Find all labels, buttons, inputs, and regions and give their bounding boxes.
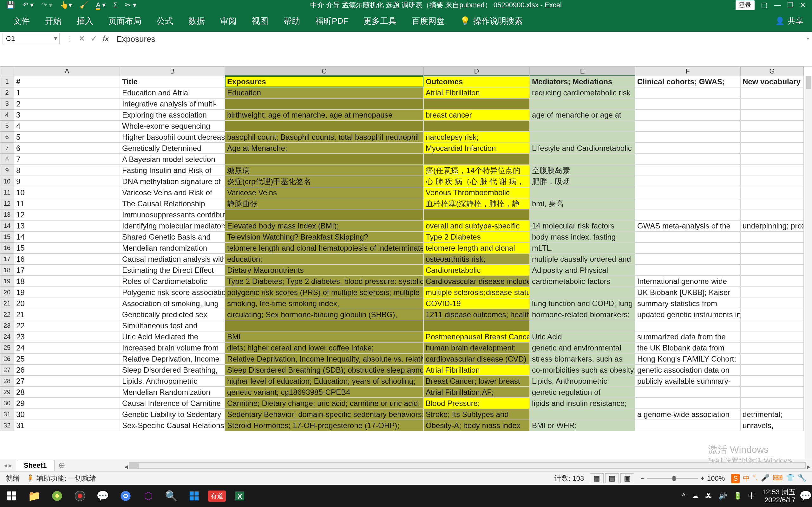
cell-C3[interactable] xyxy=(225,98,423,109)
chrome-icon[interactable] xyxy=(114,485,137,507)
cell-C14[interactable]: Elevated body mass index (BMI); xyxy=(225,220,423,231)
cell-A14[interactable]: 13 xyxy=(14,220,120,231)
row-head-9[interactable]: 9 xyxy=(0,165,14,176)
cell-G10[interactable] xyxy=(740,176,804,187)
cell-B8[interactable]: A Bayesian model selection xyxy=(120,154,225,165)
cell-B30[interactable]: Causal Inference of Carnitine xyxy=(120,398,225,409)
name-box[interactable]: C1 ▼ xyxy=(3,33,60,44)
cell-D18[interactable]: Cardiometabolic xyxy=(423,265,530,276)
cell-G22[interactable] xyxy=(740,309,804,320)
cell-F24[interactable]: summarized data from the xyxy=(635,331,740,342)
cell-G30[interactable] xyxy=(740,398,804,409)
zoom-slider[interactable] xyxy=(647,478,698,479)
row-head-11[interactable]: 11 xyxy=(0,187,14,198)
touch-mode-icon[interactable]: 👆▾ xyxy=(60,1,72,9)
cell-E11[interactable] xyxy=(530,187,635,198)
cell-A17[interactable]: 16 xyxy=(14,253,120,265)
tab-baidu[interactable]: 百度网盘 xyxy=(404,10,452,32)
cell-F1[interactable]: Clinical cohorts; GWAS; xyxy=(635,76,740,87)
cell-C23[interactable] xyxy=(225,320,423,331)
cell-C29[interactable]: genetic variant; cg18693985-CPEB4 xyxy=(225,387,423,398)
cell-E17[interactable]: multiple causally ordered and xyxy=(530,253,635,265)
cell-C24[interactable]: BMI xyxy=(225,331,423,342)
row-head-20[interactable]: 20 xyxy=(0,287,14,298)
cell-B9[interactable]: Fasting Insulin and Risk of xyxy=(120,165,225,176)
row-head-24[interactable]: 24 xyxy=(0,331,14,342)
sheet-first-icon[interactable]: ◂ xyxy=(4,461,7,469)
zoom-value[interactable]: 100% xyxy=(707,474,725,483)
cell-G14[interactable]: underpinning; prox xyxy=(740,220,804,231)
tab-review[interactable]: 审阅 xyxy=(212,10,244,32)
cell-B13[interactable]: Immunosuppressants contribute xyxy=(120,209,225,220)
row-head-5[interactable]: 5 xyxy=(0,120,14,131)
cell-B26[interactable]: Relative Deprivation, Income xyxy=(120,353,225,364)
undo-icon[interactable]: ↶ ▾ xyxy=(22,1,34,9)
cell-G28[interactable] xyxy=(740,376,804,387)
maximize-icon[interactable]: ❐ xyxy=(787,1,794,9)
row-head-19[interactable]: 19 xyxy=(0,276,14,287)
cell-B1[interactable]: Title xyxy=(120,76,225,87)
cell-E31[interactable] xyxy=(530,409,635,420)
tab-more-tools[interactable]: 更多工具 xyxy=(356,10,404,32)
cell-C6[interactable]: basophil count; Basophil counts, total b… xyxy=(225,131,423,143)
clear-format-icon[interactable]: 🧹 xyxy=(80,1,88,9)
cell-F6[interactable] xyxy=(635,131,740,143)
cell-B25[interactable]: Increased brain volume from xyxy=(120,342,225,353)
cell-D28[interactable]: Breast Cancer; lower breast xyxy=(423,376,530,387)
col-head-A[interactable]: A xyxy=(14,66,120,76)
cell-D11[interactable]: Venous Thromboembolic xyxy=(423,187,530,198)
cell-B5[interactable]: Whole-exome sequencing xyxy=(120,120,225,131)
zoom-thumb[interactable] xyxy=(672,476,676,481)
cell-G8[interactable] xyxy=(740,154,804,165)
row-head-32[interactable]: 32 xyxy=(0,420,14,431)
cell-C7[interactable]: Age at Menarche; xyxy=(225,143,423,154)
tell-me[interactable]: 💡 操作说明搜索 xyxy=(452,10,530,32)
cell-F20[interactable]: UK Biobank [UKBB]; Kaiser xyxy=(635,287,740,298)
cell-F31[interactable]: a genome-wide association xyxy=(635,409,740,420)
cell-C18[interactable]: Dietary Macronutrients xyxy=(225,265,423,276)
sheet-last-icon[interactable]: ▸ xyxy=(9,461,12,469)
cell-A10[interactable]: 9 xyxy=(14,176,120,187)
cell-C13[interactable] xyxy=(225,209,423,220)
cell-F7[interactable] xyxy=(635,143,740,154)
cell-G20[interactable] xyxy=(740,287,804,298)
cell-D7[interactable]: Myocardial Infarction; xyxy=(423,143,530,154)
cell-G15[interactable] xyxy=(740,231,804,242)
cell-D10[interactable]: 心 肺 疾 病（心 脏 代 谢 病， xyxy=(423,176,530,187)
cancel-formula-icon[interactable]: ✕ xyxy=(79,34,85,43)
row-head-6[interactable]: 6 xyxy=(0,131,14,143)
cell-G16[interactable] xyxy=(740,242,804,253)
cell-A8[interactable]: 7 xyxy=(14,154,120,165)
cell-E32[interactable]: BMI or WHR; xyxy=(530,420,635,431)
zoom-out-icon[interactable]: − xyxy=(641,474,645,483)
cell-A26[interactable]: 25 xyxy=(14,353,120,364)
cell-B22[interactable]: Genetically predicted sex xyxy=(120,309,225,320)
cell-E3[interactable] xyxy=(530,98,635,109)
cell-D13[interactable] xyxy=(423,209,530,220)
cell-C11[interactable]: Varicose Veins xyxy=(225,187,423,198)
cell-E30[interactable]: lipids and insulin resistance; xyxy=(530,398,635,409)
cell-D29[interactable]: Atrial Fibrillation;AF; xyxy=(423,387,530,398)
cell-B31[interactable]: Genetic Liability to Sedentary xyxy=(120,409,225,420)
cell-G23[interactable] xyxy=(740,320,804,331)
cell-F15[interactable] xyxy=(635,231,740,242)
cell-D22[interactable]: 1211 disease outcomes; health xyxy=(423,309,530,320)
row-head-21[interactable]: 21 xyxy=(0,298,14,309)
cell-D24[interactable]: Postmenopausal Breast Cancer xyxy=(423,331,530,342)
add-sheet-icon[interactable]: ⊕ xyxy=(58,460,65,470)
row-head-3[interactable]: 3 xyxy=(0,98,14,109)
share-button[interactable]: 👤 共享 xyxy=(775,16,812,26)
row-head-16[interactable]: 16 xyxy=(0,242,14,253)
cell-E29[interactable]: genetic regulation of xyxy=(530,387,635,398)
cell-E4[interactable]: age of menarche or age at xyxy=(530,109,635,120)
cell-D23[interactable] xyxy=(423,320,530,331)
wechat-icon[interactable]: 💬 xyxy=(91,485,114,507)
cell-A32[interactable]: 31 xyxy=(14,420,120,431)
col-head-C[interactable]: C xyxy=(225,66,423,76)
row-head-30[interactable]: 30 xyxy=(0,398,14,409)
cell-F26[interactable]: Hong Kong's FAMILY Cohort; xyxy=(635,353,740,364)
cell-B15[interactable]: Shared Genetic Basis and xyxy=(120,231,225,242)
scroll-right-icon[interactable]: ▸ xyxy=(805,463,812,471)
cell-C22[interactable]: circulating; Sex hormone-binding globuli… xyxy=(225,309,423,320)
cell-A4[interactable]: 3 xyxy=(14,109,120,120)
